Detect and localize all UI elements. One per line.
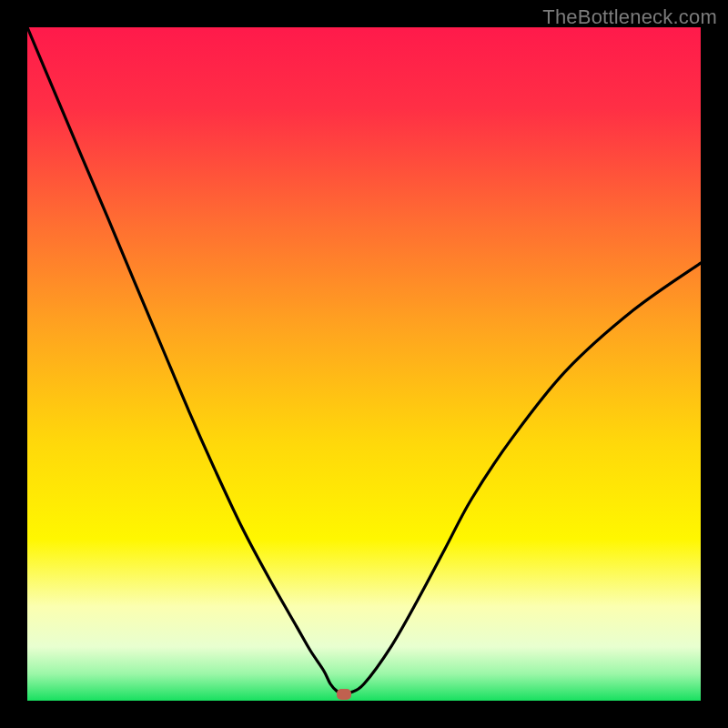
optimal-point-marker xyxy=(337,689,351,700)
plot-area xyxy=(27,27,701,701)
bottleneck-curve xyxy=(27,27,701,701)
chart-frame: TheBottleneck.com xyxy=(0,0,728,728)
watermark-text: TheBottleneck.com xyxy=(542,5,717,29)
